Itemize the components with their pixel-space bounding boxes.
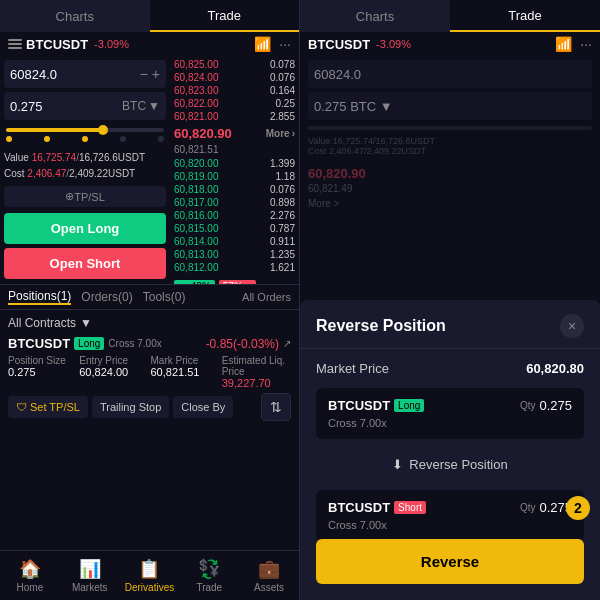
shield-icon: 🛡 xyxy=(16,401,27,413)
nav-derivatives-label: Derivatives xyxy=(125,582,174,593)
short-position-card: BTCUSDT Short Qty 0.275 Cross 7.00x xyxy=(316,490,584,539)
menu-icon xyxy=(8,39,22,49)
long-qty-val: 0.275 xyxy=(539,398,572,413)
positions-list: All Contracts ▼ BTCUSDT Long Cross 7.00x… xyxy=(0,310,299,550)
short-qty-label: Qty xyxy=(520,502,536,513)
sell-row: 60,824.000.076 xyxy=(172,71,297,84)
sell-row: 60,825.000.078 xyxy=(172,58,297,71)
short-meta: Cross 7.00x xyxy=(328,519,572,531)
buy-row: 60,813.001.235 xyxy=(172,248,297,261)
positions-tabs: Positions(1) Orders(0) Tools(0) All Orde… xyxy=(0,284,299,310)
long-type-badge: Long xyxy=(394,399,424,412)
buy-row: 60,816.002.276 xyxy=(172,209,297,222)
nav-assets-label: Assets xyxy=(254,582,284,593)
more-icon[interactable]: ··· xyxy=(279,36,291,52)
decrement-icon[interactable]: − xyxy=(140,66,148,82)
right-orderbook: 60,825.000.07860,824.000.07660,823.000.1… xyxy=(170,56,299,284)
mid-price: 60,820.90 More› xyxy=(172,123,297,144)
open-long-button[interactable]: Open Long xyxy=(4,213,166,244)
increment-icon[interactable]: + xyxy=(152,66,160,82)
all-contracts[interactable]: All Contracts ▼ xyxy=(8,316,291,330)
nav-assets[interactable]: 💼 Assets xyxy=(239,551,299,600)
set-tpsl-button[interactable]: 🛡 Set TP/SL xyxy=(8,396,88,418)
buy-row: 60,817.000.898 xyxy=(172,196,297,209)
pos-size-val: 0.275 xyxy=(8,366,77,378)
pos-meta: Cross 7.00x xyxy=(108,338,161,349)
tab-orders[interactable]: Orders(0) xyxy=(81,290,132,304)
bottom-nav: 🏠 Home 📊 Markets 📋 Derivatives 💱 Trade 💼… xyxy=(0,550,299,600)
qty-input[interactable]: 0.275 BTC ▼ xyxy=(4,92,166,120)
price-stepper[interactable]: − + xyxy=(140,66,160,82)
open-short-button[interactable]: Open Short xyxy=(4,248,166,279)
tab-trade[interactable]: Trade xyxy=(150,0,300,32)
leverage-slider[interactable] xyxy=(4,124,166,146)
long-position-card: BTCUSDT Long Qty 0.275 Cross 7.00x xyxy=(316,388,584,439)
symbol-name: BTCUSDT xyxy=(26,37,88,52)
buy-row: 60,815.000.787 xyxy=(172,222,297,235)
long-qty-label: Qty xyxy=(520,400,536,411)
entry-val: 60,824.00 xyxy=(79,366,148,378)
modal-body: Market Price 60,820.80 BTCUSDT Long Qty … xyxy=(300,349,600,539)
order-book-section: 60824.0 − + 0.275 BTC ▼ xyxy=(0,56,299,284)
nav-markets[interactable]: 📊 Markets xyxy=(60,551,120,600)
left-inputs: 60824.0 − + 0.275 BTC ▼ xyxy=(0,56,170,284)
qty-unit: BTC ▼ xyxy=(122,99,160,113)
pos-details: Position Size 0.275 Entry Price 60,824.0… xyxy=(8,355,291,389)
tab-tools[interactable]: Tools(0) xyxy=(143,290,186,304)
mark-val: 60,821.51 xyxy=(151,366,220,378)
buy-row: 60,819.001.18 xyxy=(172,170,297,183)
market-price-label: Market Price xyxy=(316,361,389,376)
nav-derivatives[interactable]: 📋 Derivatives xyxy=(120,551,180,600)
right-panel: Charts Trade BTCUSDT -3.09% 📶 ··· 60824.… xyxy=(300,0,600,600)
reverse-confirm-button[interactable]: Reverse xyxy=(316,539,584,584)
derivatives-icon: 📋 xyxy=(138,558,160,580)
buy-row: 60,812.001.621 xyxy=(172,261,297,274)
buy-row: 60,820.001.399 xyxy=(172,157,297,170)
value-cost: Value 16,725.74/16,726.6USDT Cost 2,406.… xyxy=(4,150,166,182)
short-card-symbol: BTCUSDT xyxy=(328,500,390,515)
sell-row: 60,823.000.164 xyxy=(172,84,297,97)
all-orders-link[interactable]: All Orders xyxy=(242,291,291,303)
close-by-button[interactable]: Close By xyxy=(173,396,233,418)
market-price-val: 60,820.80 xyxy=(526,361,584,376)
tpsl-button[interactable]: ⊕ TP/SL xyxy=(4,186,166,207)
symbol-change: -3.09% xyxy=(94,38,129,50)
price-value: 60824.0 xyxy=(10,67,140,82)
pos-actions: 🛡 Set TP/SL Trailing Stop Close By ⇅ xyxy=(8,393,291,421)
modal-header: Reverse Position × xyxy=(300,300,600,349)
nav-home-label: Home xyxy=(17,582,44,593)
pos-size-label: Position Size xyxy=(8,355,77,366)
nav-trade[interactable]: 💱 Trade xyxy=(179,551,239,600)
entry-label: Entry Price xyxy=(79,355,148,366)
pos-symbol: BTCUSDT xyxy=(8,336,70,351)
header-icons: 📶 ··· xyxy=(254,36,291,52)
reverse-position-button[interactable]: ⇅ xyxy=(261,393,291,421)
modal-close-button[interactable]: × xyxy=(560,314,584,338)
pos-type-badge: Long xyxy=(74,337,104,350)
sell-row: 60,821.002.855 xyxy=(172,110,297,123)
left-panel: Charts Trade BTCUSDT -3.09% 📶 ··· 60824.… xyxy=(0,0,300,600)
long-card-symbol: BTCUSDT xyxy=(328,398,390,413)
liq-val: 39,227.70 xyxy=(222,377,291,389)
trailing-stop-button[interactable]: Trailing Stop xyxy=(92,396,169,418)
pnl-link-icon[interactable]: ↗ xyxy=(283,338,291,349)
number-badge: 2 xyxy=(566,496,590,520)
sell-row: 60,822.000.25 xyxy=(172,97,297,110)
price-input[interactable]: 60824.0 − + xyxy=(4,60,166,88)
tab-charts[interactable]: Charts xyxy=(0,0,150,32)
nav-home[interactable]: 🏠 Home xyxy=(0,551,60,600)
signal-icon[interactable]: 📶 xyxy=(254,36,271,52)
symbol-header: BTCUSDT -3.09% 📶 ··· xyxy=(0,32,299,56)
assets-icon: 💼 xyxy=(258,558,280,580)
modal-overlay: Reverse Position × Market Price 60,820.8… xyxy=(300,0,600,600)
mark-label: Mark Price xyxy=(151,355,220,366)
top-tabs: Charts Trade xyxy=(0,0,299,32)
nav-markets-label: Markets xyxy=(72,582,108,593)
qty-value: 0.275 xyxy=(10,99,122,114)
reverse-position-modal-button[interactable]: ⬇ Reverse Position xyxy=(316,449,584,480)
trade-icon: 💱 xyxy=(198,558,220,580)
more-button[interactable]: More› xyxy=(266,128,295,139)
tab-positions[interactable]: Positions(1) xyxy=(8,289,71,305)
short-type-badge: Short xyxy=(394,501,426,514)
long-meta: Cross 7.00x xyxy=(328,417,572,429)
